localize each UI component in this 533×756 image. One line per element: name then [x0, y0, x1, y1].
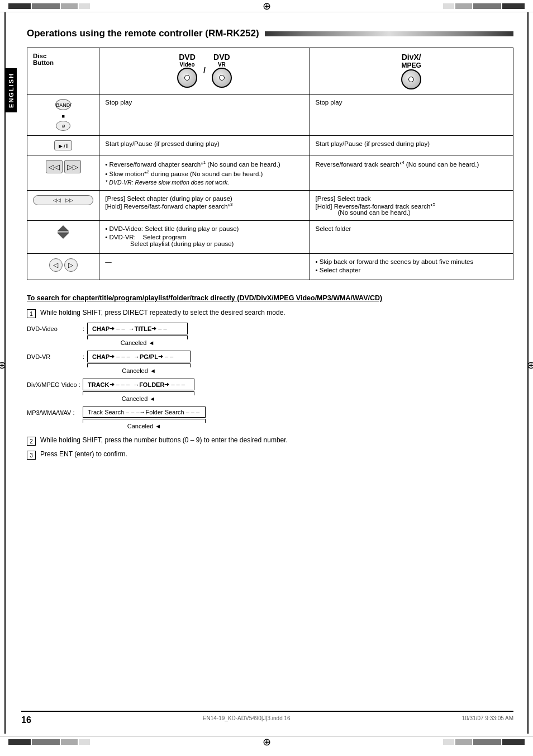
mp3-canceled-bracket	[83, 419, 206, 423]
dvd-vr-canceled	[87, 363, 191, 367]
button-label: Button	[33, 59, 93, 66]
dvd-video-title: TITLE	[135, 325, 152, 332]
dvd-vr-logo: DVD VR	[212, 53, 232, 88]
page-footer: 16 EN14-19_KD-ADV5490[J]3.indd 16 10/31/…	[21, 711, 513, 725]
dvd-vr-pgpl: PG/PL	[140, 353, 158, 360]
step1-row: 1 While holding SHIFT, press DIRECT repe…	[27, 309, 513, 318]
row5-button	[27, 221, 99, 254]
mp3-folder-search: Folder Search – – –	[146, 409, 200, 415]
row4-dvd-hold: [Hold] Reverse/fast-forward chapter sear…	[105, 202, 303, 210]
dvd-vr-arrow2: →	[134, 353, 140, 360]
bottom-bar-block6	[455, 739, 472, 745]
eject-icon	[33, 225, 93, 239]
step2-number: 2	[27, 437, 36, 446]
reg-mark-top: ⊕	[263, 0, 271, 12]
divx-logo-area: DivX/ MPEG	[316, 53, 507, 89]
mp3-arrow: →	[140, 409, 146, 415]
row4-dvd-press: [Press] Select chapter (during play or p…	[105, 195, 303, 202]
row5-divx-desc: Select folder	[310, 221, 513, 254]
row6-divx-item1: Skip back or forward the scenes by about…	[316, 258, 507, 265]
table-row: ►/II Start play/Pause (if pressed during…	[27, 136, 513, 155]
play-pause-icon: ►/II	[54, 140, 72, 150]
mpeg-text: MPEG	[402, 62, 421, 69]
mp3-label: MP3/WMA/WAV :	[27, 407, 83, 416]
scan-icon: ◁◁ ▷▷	[33, 160, 93, 173]
divx-folder: FOLDER	[139, 381, 164, 388]
dvd-video-diagram-row: DVD-Video : CHAP ➜ – – → TITLE ➜ – – Can…	[27, 323, 513, 346]
disc-label: Disc	[33, 53, 93, 59]
vr-text: VR	[218, 62, 226, 68]
divx-diagram-row: DivX/MPEG Video : TRACK ➜ – – – → FOLDER…	[27, 379, 513, 402]
footer-left: 16	[21, 715, 31, 725]
top-bar-left	[8, 3, 90, 9]
top-bar-block3	[61, 3, 78, 9]
divx-track: TRACK	[88, 381, 110, 388]
top-bar-block2	[32, 3, 60, 9]
divx-diagram: TRACK ➜ – – – → FOLDER ➜ – – – Canceled …	[83, 379, 194, 402]
eject-up-triangle	[58, 225, 69, 231]
bottom-bar-block8	[502, 739, 525, 745]
english-sidebar-label: ENGLISH	[8, 73, 15, 108]
divx-canceled	[83, 391, 194, 395]
step3-row: 3 Press ENT (enter) to confirm.	[27, 450, 513, 460]
bottom-bar-block2	[32, 739, 60, 745]
step3-number: 3	[27, 451, 36, 460]
row3-dvd-item2: Slow motion*2 during pause (No sound can…	[105, 169, 303, 177]
top-bar-block4	[79, 3, 90, 9]
row3-divx-desc: Reverse/forward track search*4 (No sound…	[310, 155, 513, 191]
scan-right-icon: ▷▷	[64, 160, 81, 173]
band-icon-shape: ⌀	[56, 121, 70, 131]
mp3-track-search: Track Search – – –	[88, 409, 140, 415]
row3-dvd-desc: Reverse/forward chapter search*1 (No sou…	[99, 155, 310, 191]
divx-arrow2: →	[133, 381, 139, 388]
dvd-video-canceled-bracket	[87, 336, 188, 339]
dvd-vr-flow-box: CHAP ➜ – – – → PG/PL ➜ – –	[87, 351, 191, 362]
row6-divx-list: Skip back or forward the scenes by about…	[316, 258, 507, 273]
dvd-video-arrow2: →	[129, 325, 135, 332]
bottom-bar-block3	[61, 739, 78, 745]
operations-table: Disc Button DVD Video /	[27, 48, 513, 280]
footer-filename: EN14-19_KD-ADV5490[J]3.indd 16	[203, 715, 291, 725]
dvd-vr-label: DVD-VR	[27, 351, 83, 360]
dvd-vr-text: DVD	[213, 53, 230, 62]
dvd-video-canceled	[87, 336, 188, 339]
divx-disc-icon	[401, 69, 421, 89]
seek-right-label: ▷▷	[65, 197, 73, 203]
dvd-video-flow-box: CHAP ➜ – – → TITLE ➜ – –	[87, 323, 188, 334]
row3-dvd-item1: Reverse/forward chapter search*1 (No sou…	[105, 160, 303, 168]
footer-timestamp: 10/31/07 9:33:05 AM	[462, 715, 513, 725]
table-row: DVD-Video: Select title (during play or …	[27, 221, 513, 254]
bottom-bar-block5	[443, 739, 454, 745]
row3-dvd-list: Reverse/forward chapter search*1 (No sou…	[105, 160, 303, 177]
page-content-area: ENGLISH ⊕ ⊕ Operations using the remote …	[4, 12, 529, 734]
step3-text: Press ENT (enter) to confirm.	[40, 450, 127, 458]
dvd-text: DVD	[179, 53, 196, 62]
dvd-vr-arrow1: ➜ – – –	[110, 353, 134, 360]
row6-button: ◁ ▷	[27, 254, 99, 280]
dvd-video-diagram: CHAP ➜ – – → TITLE ➜ – – Canceled ◄	[87, 323, 188, 346]
dvd-video-canceled-text: Canceled ◄	[87, 339, 188, 346]
row6-divx-desc: Skip back or forward the scenes by about…	[310, 254, 513, 280]
divx-canceled-text: Canceled ◄	[83, 395, 194, 402]
row5-dvd-list: DVD-Video: Select title (during play or …	[105, 225, 303, 247]
page-title: Operations using the remote controller (…	[27, 28, 259, 39]
reg-mark-left: ⊕	[0, 359, 6, 371]
row6-dvd-desc: —	[99, 254, 310, 280]
eject-down-triangle	[58, 233, 69, 239]
search-section-title: To search for chapter/title/program/play…	[27, 294, 513, 302]
header-divx: DivX/ MPEG	[310, 48, 513, 94]
dvd-video-chap: CHAP	[92, 325, 110, 332]
bottom-decorative-bar: ⊕	[0, 736, 533, 746]
nav-left-icon: ◁	[49, 258, 63, 272]
dvd-logo-area: DVD Video / DVD VR	[105, 53, 303, 88]
seek-left-label: ◁◁	[53, 197, 61, 203]
dvd-vr-diagram-row: DVD-VR : CHAP ➜ – – – → PG/PL ➜ – – Canc…	[27, 351, 513, 374]
english-sidebar: ENGLISH	[6, 68, 17, 112]
eject-middle-bar	[58, 231, 69, 233]
page-number: 16	[21, 715, 31, 725]
dvd-video-colon: :	[83, 323, 84, 332]
section-title-row: Operations using the remote controller (…	[27, 28, 513, 39]
video-text: Video	[179, 62, 194, 68]
step2-text: While holding SHIFT, press the number bu…	[40, 436, 288, 444]
dvd-video-logo: DVD Video	[177, 53, 197, 88]
